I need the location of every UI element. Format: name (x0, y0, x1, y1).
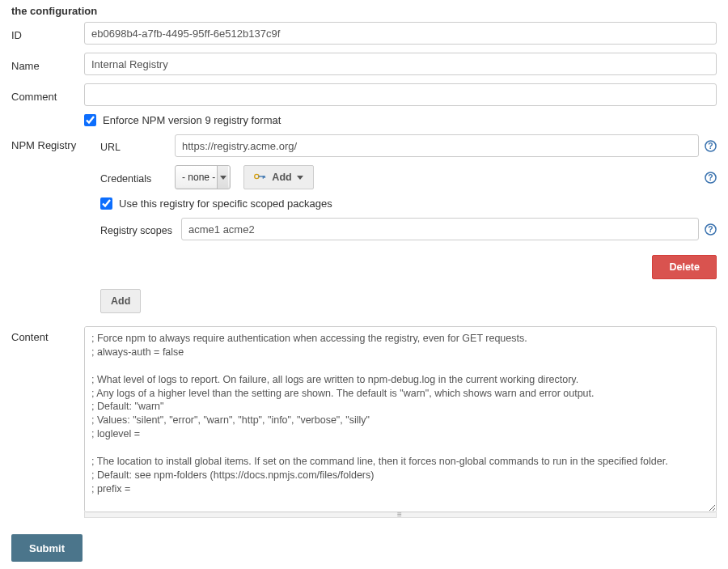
help-icon[interactable]: ? (704, 223, 717, 236)
add-credentials-label: Add (272, 172, 291, 183)
content-label: Content (11, 326, 84, 343)
id-input[interactable] (84, 22, 717, 45)
svg-text:?: ? (708, 225, 713, 234)
delete-button[interactable]: Delete (652, 255, 717, 279)
help-icon[interactable]: ? (704, 171, 717, 184)
scoped-checkbox[interactable] (100, 197, 112, 210)
credentials-label: Credentials (100, 170, 175, 185)
scopes-label: Registry scopes (100, 222, 181, 236)
add-registry-button[interactable]: Add (100, 289, 141, 313)
comment-label: Comment (11, 87, 84, 103)
id-label: ID (11, 26, 84, 41)
svg-point-2 (255, 174, 259, 178)
svg-text:?: ? (708, 173, 713, 182)
help-icon[interactable]: ? (704, 139, 717, 152)
submit-button[interactable]: Submit (11, 534, 83, 562)
svg-text:?: ? (708, 142, 713, 151)
enforce-npm9-checkbox[interactable] (84, 114, 96, 126)
section-title: the configuration (11, 0, 717, 22)
svg-rect-4 (263, 176, 264, 178)
credentials-select[interactable]: - none - (175, 165, 231, 189)
chevron-down-icon (220, 176, 226, 180)
url-label: URL (100, 138, 175, 153)
npm-registry-label: NPM Registry (11, 134, 84, 151)
add-credentials-button[interactable]: Add (243, 165, 313, 189)
enforce-npm9-label: Enforce NPM version 9 registry format (103, 114, 281, 126)
content-textarea[interactable] (84, 326, 717, 512)
scoped-label: Use this registry for specific scoped pa… (119, 197, 332, 210)
url-input[interactable] (175, 134, 699, 157)
svg-rect-3 (259, 176, 265, 176)
resize-handle[interactable]: ≡ (84, 512, 717, 518)
chevron-down-icon (297, 176, 303, 180)
name-label: Name (11, 57, 84, 72)
scopes-input[interactable] (181, 218, 699, 240)
key-icon (254, 172, 267, 184)
comment-input[interactable] (84, 83, 717, 106)
svg-rect-5 (265, 176, 265, 178)
credentials-value: - none - (182, 172, 215, 183)
name-input[interactable] (84, 53, 717, 75)
